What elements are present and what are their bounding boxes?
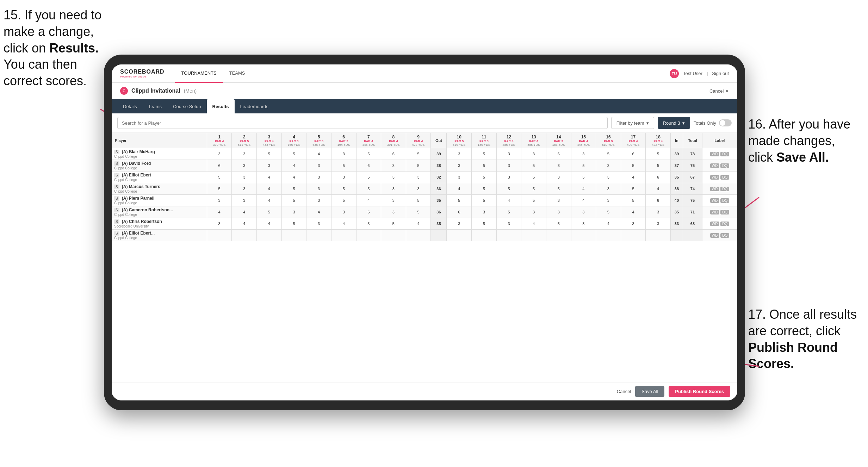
hole-18-score[interactable]: 3 bbox=[646, 218, 671, 230]
hole-10-score[interactable]: 6 bbox=[447, 206, 472, 218]
tab-results[interactable]: Results bbox=[207, 99, 235, 113]
hole-6-score[interactable]: 3 bbox=[331, 148, 356, 160]
hole-18-score[interactable]: 6 bbox=[646, 172, 671, 183]
hole-15-score[interactable]: 4 bbox=[571, 183, 596, 195]
hole-11-score[interactable]: 5 bbox=[472, 172, 497, 183]
dq-btn[interactable]: DQ bbox=[720, 210, 729, 214]
cancel-action-btn[interactable]: Cancel bbox=[617, 389, 631, 394]
hole-10-score[interactable]: 3 bbox=[447, 148, 472, 160]
hole-15-score[interactable]: 5 bbox=[571, 172, 596, 183]
hole-16-score[interactable]: 4 bbox=[596, 218, 621, 230]
hole-18-score[interactable]: 3 bbox=[646, 206, 671, 218]
hole-13-score[interactable]: 5 bbox=[521, 195, 546, 206]
filter-by-team-btn[interactable]: Filter by team ▾ bbox=[611, 117, 654, 129]
cancel-tournament-btn[interactable]: Cancel ✕ bbox=[709, 88, 729, 94]
hole-3-score[interactable]: 4 bbox=[257, 172, 282, 183]
hole-14-score[interactable]: 3 bbox=[546, 160, 571, 172]
hole-6-score[interactable]: 5 bbox=[331, 183, 356, 195]
hole-12-score[interactable]: 5 bbox=[496, 206, 521, 218]
hole-5-score[interactable]: 3 bbox=[306, 160, 331, 172]
hole-8-score[interactable]: 6 bbox=[381, 148, 406, 160]
hole-17-score[interactable]: 5 bbox=[621, 183, 646, 195]
hole-4-score[interactable] bbox=[281, 230, 306, 241]
hole-15-score[interactable]: 3 bbox=[571, 206, 596, 218]
hole-9-score[interactable]: 5 bbox=[406, 206, 431, 218]
wd-btn[interactable]: WD bbox=[710, 198, 720, 203]
nav-link-tournaments[interactable]: TOURNAMENTS bbox=[175, 64, 223, 83]
hole-7-score[interactable] bbox=[356, 230, 381, 241]
hole-14-score[interactable]: 5 bbox=[546, 218, 571, 230]
hole-3-score[interactable] bbox=[257, 230, 282, 241]
hole-1-score[interactable]: 4 bbox=[207, 206, 232, 218]
hole-13-score[interactable]: 5 bbox=[521, 160, 546, 172]
hole-16-score[interactable]: 3 bbox=[596, 160, 621, 172]
hole-6-score[interactable]: 5 bbox=[331, 160, 356, 172]
save-all-btn[interactable]: Save All bbox=[635, 386, 664, 397]
hole-7-score[interactable]: 3 bbox=[356, 218, 381, 230]
wd-btn[interactable]: WD bbox=[710, 210, 720, 214]
dq-btn[interactable]: DQ bbox=[720, 187, 729, 191]
hole-11-score[interactable]: 5 bbox=[472, 195, 497, 206]
wd-btn[interactable]: WD bbox=[710, 233, 720, 238]
hole-18-score[interactable]: 6 bbox=[646, 195, 671, 206]
sign-out-link[interactable]: Sign out bbox=[712, 71, 729, 76]
hole-13-score[interactable]: 4 bbox=[521, 218, 546, 230]
hole-5-score[interactable]: 3 bbox=[306, 218, 331, 230]
hole-15-score[interactable] bbox=[571, 230, 596, 241]
hole-13-score[interactable]: 5 bbox=[521, 183, 546, 195]
hole-1-score[interactable]: 3 bbox=[207, 148, 232, 160]
hole-8-score[interactable]: 5 bbox=[381, 218, 406, 230]
search-input[interactable] bbox=[117, 117, 608, 129]
hole-16-score[interactable]: 5 bbox=[596, 206, 621, 218]
hole-12-score[interactable]: 3 bbox=[496, 172, 521, 183]
hole-9-score[interactable]: 5 bbox=[406, 160, 431, 172]
hole-14-score[interactable]: 5 bbox=[546, 183, 571, 195]
hole-17-score[interactable]: 5 bbox=[621, 160, 646, 172]
hole-1-score[interactable]: 3 bbox=[207, 195, 232, 206]
hole-6-score[interactable]: 4 bbox=[331, 218, 356, 230]
hole-4-score[interactable]: 4 bbox=[281, 172, 306, 183]
hole-5-score[interactable]: 3 bbox=[306, 172, 331, 183]
hole-5-score[interactable]: 4 bbox=[306, 148, 331, 160]
hole-16-score[interactable]: 3 bbox=[596, 195, 621, 206]
hole-1-score[interactable]: 3 bbox=[207, 218, 232, 230]
dq-btn[interactable]: DQ bbox=[720, 198, 729, 203]
dq-btn[interactable]: DQ bbox=[720, 152, 729, 156]
hole-7-score[interactable]: 4 bbox=[356, 195, 381, 206]
hole-7-score[interactable]: 5 bbox=[356, 172, 381, 183]
hole-10-score[interactable]: 4 bbox=[447, 183, 472, 195]
hole-2-score[interactable]: 3 bbox=[232, 160, 257, 172]
hole-8-score[interactable]: 3 bbox=[381, 172, 406, 183]
hole-15-score[interactable]: 3 bbox=[571, 218, 596, 230]
hole-18-score[interactable]: 5 bbox=[646, 160, 671, 172]
hole-17-score[interactable]: 4 bbox=[621, 172, 646, 183]
hole-2-score[interactable]: 3 bbox=[232, 148, 257, 160]
round-selector-btn[interactable]: Round 3 ▾ bbox=[658, 117, 690, 129]
wd-btn[interactable]: WD bbox=[710, 163, 720, 168]
hole-11-score[interactable] bbox=[472, 230, 497, 241]
hole-12-score[interactable]: 4 bbox=[496, 195, 521, 206]
hole-5-score[interactable] bbox=[306, 230, 331, 241]
scores-table-wrapper[interactable]: Player 1PAR 4370 YDS 2PAR 5511 YDS 3PAR … bbox=[112, 133, 737, 382]
hole-8-score[interactable]: 3 bbox=[381, 183, 406, 195]
hole-17-score[interactable]: 6 bbox=[621, 148, 646, 160]
hole-2-score[interactable] bbox=[232, 230, 257, 241]
hole-10-score[interactable]: 3 bbox=[447, 218, 472, 230]
hole-7-score[interactable]: 5 bbox=[356, 183, 381, 195]
hole-9-score[interactable]: 5 bbox=[406, 148, 431, 160]
hole-7-score[interactable]: 6 bbox=[356, 160, 381, 172]
hole-6-score[interactable]: 3 bbox=[331, 172, 356, 183]
hole-3-score[interactable]: 4 bbox=[257, 195, 282, 206]
hole-10-score[interactable]: 5 bbox=[447, 195, 472, 206]
hole-3-score[interactable]: 4 bbox=[257, 183, 282, 195]
publish-round-scores-btn[interactable]: Publish Round Scores bbox=[669, 386, 730, 397]
dq-btn[interactable]: DQ bbox=[720, 163, 729, 168]
hole-17-score[interactable]: 5 bbox=[621, 195, 646, 206]
hole-9-score[interactable]: 3 bbox=[406, 172, 431, 183]
hole-12-score[interactable]: 3 bbox=[496, 218, 521, 230]
hole-1-score[interactable]: 6 bbox=[207, 160, 232, 172]
hole-13-score[interactable]: 3 bbox=[521, 148, 546, 160]
hole-16-score[interactable]: 3 bbox=[596, 183, 621, 195]
dq-btn[interactable]: DQ bbox=[720, 222, 729, 226]
hole-3-score[interactable]: 4 bbox=[257, 218, 282, 230]
